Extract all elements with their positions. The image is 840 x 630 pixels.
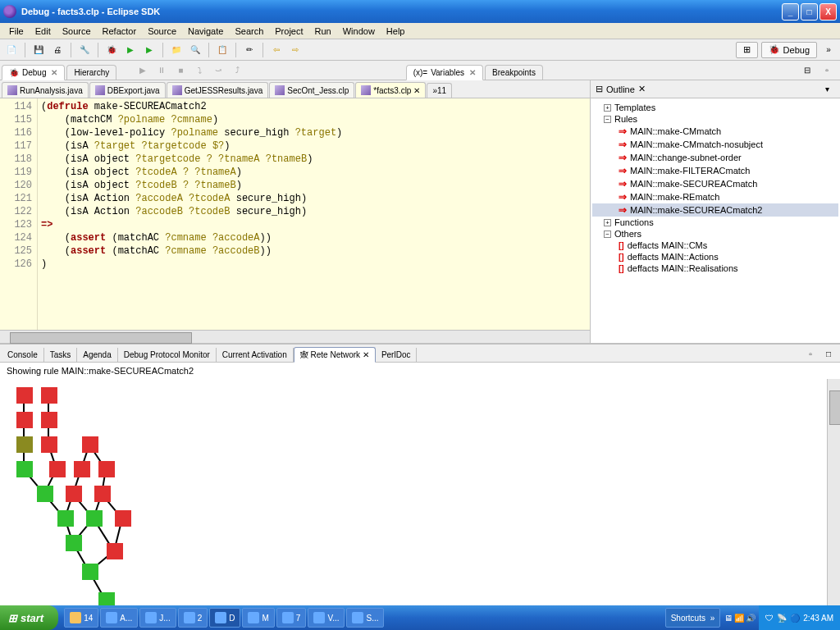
rete-node[interactable]	[49, 461, 66, 477]
bottom-tab-tasks[interactable]: Tasks	[44, 348, 78, 362]
shortcuts-toolbar[interactable]: Shortcuts »	[665, 608, 721, 628]
save-button[interactable]: 💾	[30, 42, 47, 58]
tray-icon[interactable]: 🖥	[724, 614, 733, 623]
rete-network-canvas[interactable]	[0, 379, 840, 619]
close-icon[interactable]: ✕	[363, 350, 369, 359]
close-button[interactable]: X	[819, 3, 837, 21]
search-button[interactable]: 🔍	[187, 42, 203, 58]
start-button[interactable]: ⊞ start	[0, 605, 58, 630]
step-over-button[interactable]: ⤻	[210, 62, 226, 79]
tab-hierarchy[interactable]: Hierarchy	[66, 65, 116, 80]
run-button[interactable]: ▶	[122, 42, 139, 58]
menu-search[interactable]: Search	[229, 25, 269, 38]
bottom-tab-perldoc[interactable]: PerlDoc	[376, 348, 418, 362]
toolbar-chevron-icon[interactable]: »	[820, 42, 837, 58]
step-return-button[interactable]: ⤴	[229, 62, 245, 79]
rete-node[interactable]	[82, 564, 98, 580]
menu-project[interactable]: Project	[269, 25, 308, 38]
outline-item[interactable]: ⇒ MAIN::make-SECUREACmatch	[592, 177, 838, 190]
outline-item[interactable]: ⇒ MAIN::make-FILTERACmatch	[592, 164, 838, 177]
bottom-tab-agenda[interactable]: Agenda	[77, 348, 117, 362]
close-icon[interactable]: ✕	[51, 68, 57, 77]
menu-edit[interactable]: Edit	[30, 25, 57, 38]
build-button[interactable]: 🔧	[76, 42, 93, 58]
rete-node[interactable]	[41, 387, 57, 404]
view-menu-icon[interactable]: ⊟	[799, 62, 815, 79]
taskbar-item[interactable]: J...	[139, 608, 176, 628]
expand-icon[interactable]: +	[604, 104, 611, 112]
outline-item[interactable]: ⇒ MAIN::make-REmatch	[592, 190, 838, 203]
open-type-button[interactable]: 📁	[168, 42, 185, 58]
open-perspective-button[interactable]: ⊞	[736, 42, 758, 58]
outline-item[interactable]: ⇒ MAIN::change-subnet-order	[592, 151, 838, 164]
rete-node[interactable]	[115, 510, 131, 527]
rete-node[interactable]	[57, 510, 74, 527]
taskbar-item[interactable]: 7	[276, 608, 307, 628]
tray-icon[interactable]: 🔵	[790, 614, 800, 623]
outline-group[interactable]: − Rules	[592, 113, 838, 125]
taskbar-item[interactable]: S...	[346, 608, 384, 628]
menu-file[interactable]: File	[3, 25, 30, 38]
tray-icon[interactable]: 🛡	[765, 614, 774, 623]
rete-node[interactable]	[66, 486, 82, 502]
rete-node[interactable]	[86, 510, 103, 527]
menu-navigate[interactable]: Navigate	[182, 25, 229, 38]
outline-group[interactable]: + Functions	[592, 217, 838, 228]
close-icon[interactable]: ✕	[638, 84, 646, 94]
rete-node[interactable]	[16, 387, 33, 404]
editor-tab[interactable]: SecOnt_Jess.clp	[269, 82, 354, 98]
taskbar-item[interactable]: M	[242, 608, 274, 628]
editor-overflow[interactable]: »11	[427, 83, 452, 98]
minimize-button[interactable]: _	[782, 3, 799, 21]
tab-breakpoints[interactable]: Breakpoints	[485, 65, 543, 80]
rete-node[interactable]	[16, 412, 33, 428]
outline-group[interactable]: − Others	[592, 228, 838, 240]
code-area[interactable]: (defrule make-SECUREACmatch2 (matchCM ?p…	[38, 98, 590, 330]
outline-item[interactable]: ⇒ MAIN::make-CMmatch	[592, 125, 838, 138]
editor-tab[interactable]: DBExport.java	[89, 82, 166, 98]
back-button[interactable]: ⇦	[268, 42, 285, 58]
outline-sort-icon[interactable]: ▾	[819, 81, 835, 98]
outline-tree[interactable]: + Templates− Rules⇒ MAIN::make-CMmatch⇒ …	[591, 98, 840, 343]
taskbar-item[interactable]: D	[209, 608, 240, 628]
editor-tab[interactable]: GetJESSResults.java	[167, 82, 269, 98]
rete-node[interactable]	[82, 436, 98, 453]
forward-button[interactable]: ⇨	[287, 42, 304, 58]
taskbar-item[interactable]: V...	[308, 608, 345, 628]
bottom-tab-current-activation[interactable]: Current Activation	[217, 348, 294, 362]
new-button[interactable]: 📄	[3, 42, 20, 58]
vertical-scrollbar[interactable]	[827, 379, 840, 619]
outline-item[interactable]: [] deffacts MAIN::CMs	[592, 240, 838, 251]
editor-tab[interactable]: *facts3.clp ✕	[355, 82, 426, 98]
rete-node[interactable]	[94, 486, 111, 502]
step-into-button[interactable]: ⤵	[191, 62, 208, 79]
rete-node[interactable]	[41, 412, 57, 428]
tray-icon[interactable]: 🔊	[746, 614, 756, 623]
menu-run[interactable]: Run	[309, 25, 337, 38]
bottom-tab-debug-protocol-monitor[interactable]: Debug Protocol Monitor	[118, 348, 217, 362]
close-icon[interactable]: ✕	[469, 68, 476, 77]
rete-node[interactable]	[16, 436, 33, 453]
rete-node[interactable]	[16, 461, 33, 477]
horizontal-scrollbar[interactable]	[0, 330, 590, 343]
outline-item[interactable]: [] deffacts MAIN::Actions	[592, 251, 838, 262]
debug-perspective-button[interactable]: 🐞 Debug	[761, 42, 817, 58]
menu-source[interactable]: Source	[57, 25, 97, 38]
code-editor[interactable]: 114115116117118119120121122123124125126 …	[0, 98, 590, 330]
run-config-button[interactable]: ▶	[141, 42, 158, 58]
tab-variables[interactable]: (x)= Variables ✕	[406, 65, 483, 80]
minimize-view-icon[interactable]: ▫	[819, 62, 835, 79]
maximize-button[interactable]: □	[801, 3, 818, 21]
rete-node[interactable]	[74, 461, 90, 477]
print-button[interactable]: 🖨	[49, 42, 66, 58]
menu-source[interactable]: Source	[142, 25, 182, 38]
nav-button[interactable]: 📋	[214, 42, 231, 58]
bottom-tab-console[interactable]: Console	[2, 348, 44, 362]
tray-icon[interactable]: 📡	[777, 614, 787, 623]
menu-refactor[interactable]: Refactor	[97, 25, 143, 38]
editor-tab[interactable]: RunAnalysis.java	[2, 82, 89, 98]
last-edit-button[interactable]: ✏	[241, 42, 258, 58]
tray-icon[interactable]: 📶	[734, 614, 744, 623]
outline-group[interactable]: + Templates	[592, 102, 838, 113]
bottom-tab-rete-network[interactable]: 🕸 Rete Network ✕	[294, 347, 376, 363]
